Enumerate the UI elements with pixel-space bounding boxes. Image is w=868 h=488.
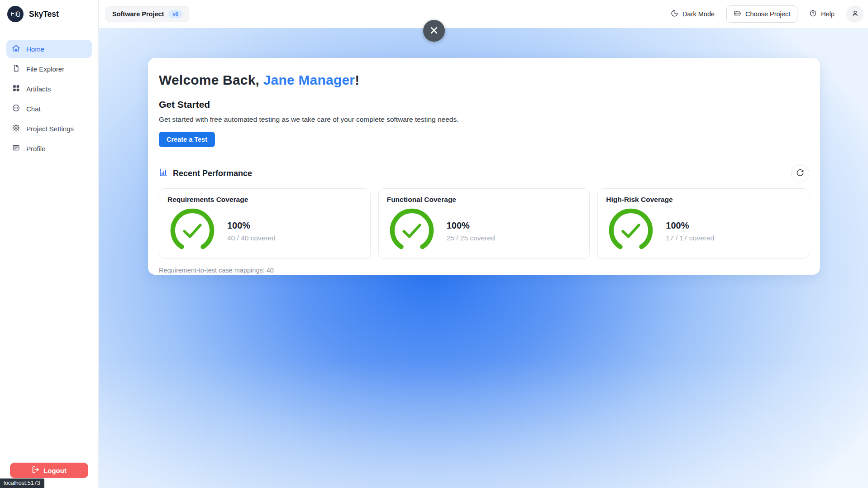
gear-icon — [12, 124, 20, 134]
get-started-description: Get started with free automated testing … — [159, 115, 809, 124]
welcome-user-name: Jane Manager — [263, 72, 355, 87]
sidebar-item-file-explorer[interactable]: File Explorer — [6, 60, 92, 78]
project-selector-chip[interactable]: Software Project v0 — [105, 6, 189, 22]
welcome-heading: Welcome Back, Jane Manager! — [159, 72, 809, 88]
metric-detail: 25 / 25 covered — [447, 234, 495, 242]
coverage-gauge-icon — [608, 207, 654, 255]
metric-detail: 17 / 17 covered — [666, 234, 714, 242]
sidebar-item-profile[interactable]: Profile — [6, 139, 92, 158]
brand: SkyTest — [0, 0, 98, 28]
logout-button[interactable]: Logout — [10, 463, 88, 478]
app-name: SkyTest — [29, 10, 59, 19]
metric-title: High-Risk Coverage — [606, 196, 801, 204]
help-label: Help — [821, 10, 835, 18]
project-version-badge: v0 — [168, 10, 182, 18]
metric-card-functional-coverage: Functional Coverage 100% 25 / 25 covered — [378, 188, 590, 259]
person-icon — [851, 9, 859, 19]
file-icon — [12, 64, 20, 74]
refresh-icon — [796, 169, 804, 178]
home-icon — [12, 44, 20, 54]
metric-percent: 100% — [227, 220, 276, 231]
help-icon — [809, 10, 817, 19]
mappings-note: Requirement-to-test case mappings: 40 — [159, 267, 809, 274]
chat-icon — [12, 104, 20, 114]
metric-percent: 100% — [666, 220, 714, 231]
status-url-badge: localhost:5173 — [0, 478, 44, 488]
sidebar-item-artifacts[interactable]: Artifacts — [6, 80, 92, 98]
welcome-suffix: ! — [355, 72, 359, 87]
main-area: Welcome Back, Jane Manager! Get Started … — [99, 28, 868, 488]
sidebar-item-project-settings[interactable]: Project Settings — [6, 120, 92, 138]
user-avatar[interactable] — [846, 5, 863, 23]
sidebar: SkyTest Home File Explorer Artifacts Cha… — [0, 0, 99, 488]
metric-percent: 100% — [447, 220, 495, 231]
id-card-icon — [12, 144, 20, 153]
coverage-gauge-icon — [389, 207, 435, 255]
metric-title: Functional Coverage — [387, 196, 582, 204]
sidebar-item-label: Profile — [26, 145, 46, 153]
dark-mode-toggle[interactable]: Dark Mode — [671, 10, 715, 19]
metric-card-requirements-coverage: Requirements Coverage 100% 40 / 40 cover… — [159, 188, 371, 259]
welcome-prefix: Welcome Back, — [159, 72, 263, 87]
choose-project-button[interactable]: Choose Project — [726, 5, 797, 23]
sidebar-item-label: Artifacts — [26, 85, 51, 93]
sidebar-item-home[interactable]: Home — [6, 40, 92, 58]
sidebar-item-label: File Explorer — [26, 65, 64, 73]
recent-performance-title: Recent Performance — [173, 169, 252, 178]
metric-title: Requirements Coverage — [167, 196, 362, 204]
folder-icon — [734, 10, 741, 19]
grid-icon — [12, 84, 20, 94]
choose-project-label: Choose Project — [745, 10, 790, 18]
metric-card-high-risk-coverage: High-Risk Coverage 100% 17 / 17 covered — [597, 188, 809, 259]
metric-detail: 40 / 40 covered — [227, 234, 276, 242]
get-started-title: Get Started — [159, 99, 809, 110]
close-icon — [430, 26, 438, 36]
close-button[interactable] — [423, 20, 445, 42]
coverage-gauge-icon — [169, 207, 215, 255]
refresh-button[interactable] — [791, 164, 809, 182]
create-test-button[interactable]: Create a Test — [159, 132, 215, 147]
metric-cards-row: Requirements Coverage 100% 40 / 40 cover… — [159, 188, 809, 259]
bar-chart-icon — [159, 168, 168, 179]
sidebar-item-label: Home — [26, 45, 44, 53]
sidebar-item-label: Project Settings — [26, 125, 74, 133]
sidebar-item-chat[interactable]: Chat — [6, 100, 92, 118]
sidebar-nav: Home File Explorer Artifacts Chat Projec… — [0, 28, 98, 158]
dark-mode-label: Dark Mode — [682, 10, 715, 18]
help-button[interactable]: Help — [809, 10, 835, 19]
logout-icon — [32, 466, 39, 475]
header-actions: Dark Mode Choose Project Help — [671, 5, 863, 23]
moon-icon — [671, 10, 678, 19]
logout-label: Logout — [43, 467, 67, 474]
recent-performance-header: Recent Performance — [159, 164, 809, 182]
dashboard-card: Welcome Back, Jane Manager! Get Started … — [148, 58, 820, 275]
skytest-logo-icon — [7, 6, 24, 22]
sidebar-item-label: Chat — [26, 105, 41, 113]
top-header: Software Project v0 Dark Mode Choose Pro… — [99, 0, 868, 28]
project-name: Software Project — [112, 10, 164, 18]
